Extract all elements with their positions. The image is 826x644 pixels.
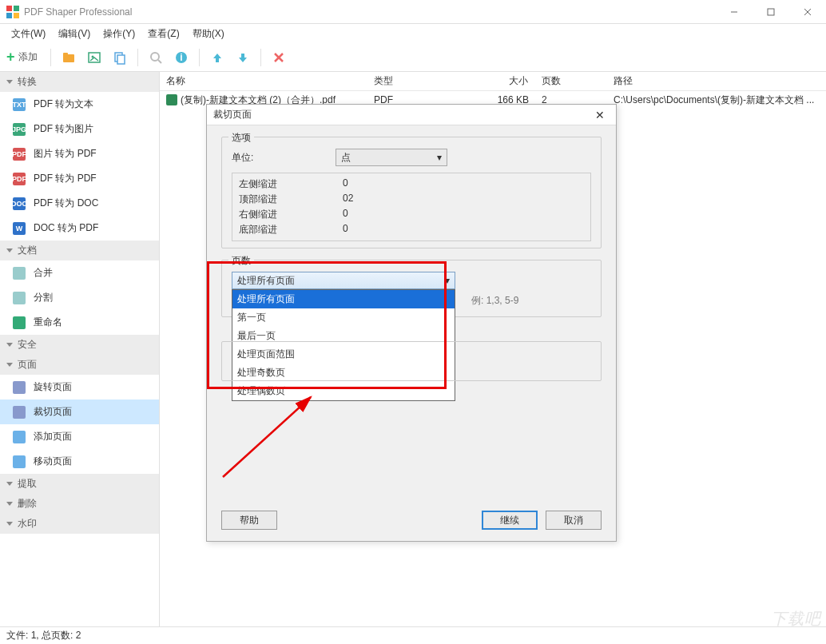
chevron-down-icon: ▾ xyxy=(437,152,442,163)
sidebar-item-label: 合并 xyxy=(34,266,53,280)
svg-line-20 xyxy=(223,397,311,477)
sidebar-section[interactable]: 水印 xyxy=(0,514,159,534)
svg-text:i: i xyxy=(180,52,182,63)
sidebar-section[interactable]: 页面 xyxy=(0,355,159,375)
dialog-titlebar: 裁切页面 ✕ xyxy=(207,105,616,125)
sidebar-item-label: PDF 转为图片 xyxy=(34,122,93,136)
sidebar-item-label: PDF 转为 PDF xyxy=(34,172,97,185)
dropdown-option[interactable]: 处理所有页面 xyxy=(232,290,455,308)
sidebar-item[interactable]: DOCPDF 转为 DOC xyxy=(0,191,159,216)
options-group: 选项 单位: 点 ▾ 左侧缩进0顶部缩进02右侧缩进0底部缩进0 xyxy=(221,137,602,248)
sidebar-item-label: 图片 转为 PDF xyxy=(34,147,97,161)
sidebar-item[interactable]: 分割 xyxy=(0,285,159,310)
col-name[interactable]: 名称 xyxy=(160,74,367,88)
sidebar-item-icon xyxy=(13,292,26,304)
sidebar-item[interactable]: PDFPDF 转为 PDF xyxy=(0,166,159,191)
plus-icon: + xyxy=(6,49,15,66)
up-button[interactable] xyxy=(206,46,228,69)
sidebar-item[interactable]: 添加页面 xyxy=(0,424,159,449)
sidebar-item-label: 裁切页面 xyxy=(34,405,72,419)
file-path: C:\Users\pc\Documents\(复制)-新建文本文档 ... xyxy=(607,93,826,107)
cancel-button[interactable]: 取消 xyxy=(546,511,602,530)
sidebar-item-icon: W xyxy=(13,222,26,235)
chevron-down-icon: ▾ xyxy=(445,275,450,286)
menu-edit[interactable]: 编辑(V) xyxy=(52,25,97,43)
sidebar-item[interactable]: 合并 xyxy=(0,260,159,285)
menu-view[interactable]: 查看(Z) xyxy=(141,25,185,43)
sidebar-section[interactable]: 转换 xyxy=(0,72,159,92)
copy-button[interactable] xyxy=(109,46,131,69)
dialog-title: 裁切页面 xyxy=(213,108,590,121)
sidebar-section[interactable]: 文档 xyxy=(0,241,159,260)
menu-action[interactable]: 操作(Y) xyxy=(97,25,141,43)
sidebar-item-label: PDF 转为文本 xyxy=(34,97,93,111)
watermark: 下载吧 xyxy=(771,608,821,630)
sidebar-item[interactable]: 旋转页面 xyxy=(0,375,159,400)
unit-select[interactable]: 点 ▾ xyxy=(336,149,447,166)
margin-value: 0 xyxy=(343,222,348,237)
minimize-button[interactable] xyxy=(716,0,753,24)
sidebar-item[interactable]: 移动页面 xyxy=(0,449,159,474)
dropdown-option[interactable]: 第一页 xyxy=(232,308,455,327)
down-button[interactable] xyxy=(232,46,254,69)
col-pages[interactable]: 页数 xyxy=(535,74,607,88)
sidebar-item[interactable]: JPGPDF 转为图片 xyxy=(0,117,159,141)
sidebar-item[interactable]: 重命名 xyxy=(0,310,159,335)
pages-group: 页数 处理所有页面 ▾ 例: 1,3, 5-9 处理所有页面第一页最后一页处理页… xyxy=(221,260,602,317)
sidebar-item-label: 移动页面 xyxy=(34,455,72,468)
menu-help[interactable]: 帮助(X) xyxy=(186,25,231,43)
svg-rect-2 xyxy=(6,13,12,18)
separator xyxy=(199,49,200,66)
sidebar-item-icon xyxy=(13,267,26,280)
crop-dialog: 裁切页面 ✕ 选项 单位: 点 ▾ 左侧缩进0顶部缩进02右侧缩进0底部缩进0 … xyxy=(206,104,617,542)
dropdown-option[interactable]: 处理偶数页 xyxy=(232,382,455,400)
col-size[interactable]: 大小 xyxy=(479,74,535,88)
col-path[interactable]: 路径 xyxy=(607,74,826,88)
help-button[interactable]: 帮助 xyxy=(221,511,277,530)
sidebar-item[interactable]: WDOC 转为 PDF xyxy=(0,216,159,241)
delete-button[interactable] xyxy=(268,46,290,69)
margins-box: 左侧缩进0顶部缩进02右侧缩进0底部缩进0 xyxy=(232,173,591,241)
svg-point-14 xyxy=(151,53,159,61)
margin-row: 顶部缩进02 xyxy=(239,192,584,207)
statusbar: 文件: 1, 总页数: 2 xyxy=(0,626,826,644)
titlebar: PDF Shaper Professional xyxy=(0,0,826,24)
dialog-close-button[interactable]: ✕ xyxy=(590,109,610,121)
folder-button[interactable] xyxy=(58,46,80,69)
pages-legend: 页数 xyxy=(228,254,254,268)
sidebar-item-icon: JPG xyxy=(13,123,26,136)
sidebar-item-icon xyxy=(13,381,26,394)
pages-combobox[interactable]: 处理所有页面 ▾ xyxy=(232,272,455,289)
svg-rect-13 xyxy=(117,55,125,64)
continue-button[interactable]: 继续 xyxy=(482,511,538,530)
sidebar: 转换TXTPDF 转为文本JPGPDF 转为图片PDF图片 转为 PDFPDFP… xyxy=(0,72,160,626)
margin-label: 左侧缩进 xyxy=(239,177,343,192)
sidebar-item[interactable]: PDF图片 转为 PDF xyxy=(0,141,159,166)
sidebar-item[interactable]: TXTPDF 转为文本 xyxy=(0,92,159,117)
svg-rect-1 xyxy=(14,6,19,11)
sidebar-item-icon xyxy=(13,316,26,329)
sidebar-section[interactable]: 删除 xyxy=(0,494,159,514)
margin-label: 底部缩进 xyxy=(239,222,343,237)
sidebar-section[interactable]: 提取 xyxy=(0,474,159,494)
svg-rect-3 xyxy=(14,13,19,18)
menu-file[interactable]: 文件(W) xyxy=(5,25,52,43)
toolbar: + 添加 i xyxy=(0,43,826,72)
add-button[interactable]: + 添加 xyxy=(5,46,44,69)
search-button[interactable] xyxy=(145,46,167,69)
sidebar-item-icon: DOC xyxy=(13,197,26,210)
col-type[interactable]: 类型 xyxy=(367,74,479,88)
app-logo-icon xyxy=(6,6,19,18)
maximize-button[interactable] xyxy=(753,0,789,24)
sidebar-section[interactable]: 安全 xyxy=(0,335,159,355)
pages-combo-value: 处理所有页面 xyxy=(237,274,295,288)
separator xyxy=(50,49,51,66)
margin-value: 0 xyxy=(343,207,348,222)
close-button[interactable] xyxy=(789,0,826,24)
unit-value: 点 xyxy=(341,151,351,165)
separator xyxy=(137,49,138,66)
margin-label: 右侧缩进 xyxy=(239,207,343,222)
image-button[interactable] xyxy=(83,46,105,69)
sidebar-item[interactable]: 裁切页面 xyxy=(0,400,159,424)
info-button[interactable]: i xyxy=(170,46,193,69)
